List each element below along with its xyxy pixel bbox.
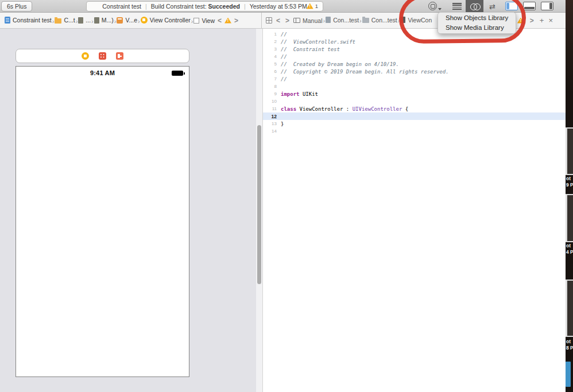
desktop-file-icon[interactable] [566, 362, 571, 387]
code-line[interactable]: 3// Constraint test [263, 45, 566, 53]
run-destination-button[interactable]: 6s Plus [1, 1, 32, 11]
close-assistant-editor-button[interactable]: × [548, 16, 553, 25]
desktop-thumbnail[interactable] [566, 280, 573, 337]
toggle-debug-area-button[interactable] [523, 2, 536, 10]
activity-viewer: Constraint test | Build Constraint test:… [86, 1, 323, 11]
code-token: // Created by Dream begin on 4/10/19. [281, 61, 399, 67]
breadcrumb-separator-icon: › [91, 18, 94, 25]
build-status-value: Succeeded [208, 3, 240, 10]
first-responder-icon[interactable] [99, 52, 106, 60]
line-number: 7 [263, 76, 281, 81]
line-number: 3 [263, 46, 281, 52]
code-line[interactable]: 1// [263, 30, 566, 38]
editor-forward-button[interactable]: > [284, 17, 291, 25]
toggle-navigator-button[interactable] [505, 2, 518, 10]
view-icon [193, 18, 199, 24]
breadcrumb-item[interactable]: ViewCon [400, 17, 432, 24]
desktop-thumbnail-caption: ot8 P [566, 339, 573, 351]
breadcrumb-item[interactable]: View Controller [141, 17, 191, 24]
breadcrumb-item[interactable]: Con...test [362, 17, 397, 24]
code-line[interactable]: 8 [263, 83, 566, 90]
standard-editor-button[interactable] [448, 0, 466, 13]
code-token: // [281, 76, 287, 82]
code-line[interactable]: 4// [263, 53, 566, 60]
source-code-editor[interactable]: 1//2// ViewController.swift3// Constrain… [262, 29, 566, 392]
code-text: // Created by Dream begin on 4/10/19. [281, 61, 399, 67]
activity-project-name: Constraint test [102, 3, 141, 10]
canvas-jump-bar: Constraint test›C...t›...›M...)›V...e›Vi… [0, 13, 261, 28]
breadcrumb-separator-icon: › [359, 17, 362, 24]
code-token: } [281, 121, 284, 127]
line-number: 12 [263, 114, 281, 119]
code-line[interactable]: 12 [263, 112, 566, 120]
breadcrumb-item[interactable]: V...e [117, 17, 137, 24]
caption-line: ot [566, 243, 573, 249]
breadcrumb-separator-icon: › [323, 17, 325, 24]
toggle-inspectors-button[interactable] [541, 2, 553, 10]
line-number: 9 [263, 91, 281, 96]
breadcrumb-item[interactable]: Con...test [326, 17, 359, 24]
editor-back-button[interactable]: < [275, 17, 281, 25]
breadcrumb-item[interactable]: View [193, 17, 215, 24]
caption-line: 9 P [566, 182, 573, 188]
menu-item-show-media-library[interactable]: Show Media Library [438, 23, 516, 33]
canvas-forward-button[interactable]: > [233, 17, 239, 25]
breadcrumb-item[interactable]: Constraint test [5, 17, 52, 24]
breadcrumb-label: M...) [102, 17, 114, 24]
device-view[interactable]: 9:41 AM [16, 66, 189, 377]
line-number: 5 [263, 61, 281, 67]
code-text: // [281, 76, 287, 82]
code-line[interactable]: 5// Created by Dream begin on 4/10/19. [263, 60, 566, 68]
code-line[interactable]: 6// Copyright © 2019 Dream begin. All ri… [263, 68, 566, 75]
breadcrumb-label: ... [86, 17, 91, 24]
storyboard-icon [117, 17, 123, 24]
code-token: { [402, 106, 408, 112]
version-editor-button[interactable]: ⇄ [483, 0, 501, 13]
interface-builder-canvas[interactable]: 9:41 AM [0, 29, 256, 392]
code-token: // [281, 32, 287, 37]
desktop-thumbnail[interactable] [566, 194, 573, 242]
library-button[interactable] [428, 2, 442, 11]
code-token: // Constraint test [281, 46, 340, 52]
canvas-back-button[interactable]: < [216, 17, 223, 25]
line-number: 4 [263, 54, 281, 59]
code-line[interactable]: 9import UIKit [263, 90, 566, 98]
breadcrumb-label: View [202, 17, 215, 24]
assistant-editor-button[interactable] [466, 0, 483, 13]
library-popup-menu: Show Objects Library Show Media Library [438, 12, 516, 34]
scene-dock [16, 49, 189, 63]
add-assistant-editor-button[interactable]: + [540, 16, 544, 25]
desktop-thumbnail[interactable] [566, 127, 573, 175]
code-text: // Copyright © 2019 Dream begin. All rig… [281, 69, 449, 75]
warning-badge[interactable]: 1 [307, 3, 318, 9]
code-token: // ViewController.swift [281, 39, 355, 45]
editor-jump-bar: < > Manual›Con...test›Con...test›ViewCon… [262, 13, 566, 28]
breadcrumb-item[interactable]: C...t [55, 17, 75, 24]
breadcrumb-separator-icon: › [76, 18, 78, 25]
code-token: UIViewController [353, 106, 402, 112]
activity-build-time: Yesterday at 5:53 PM [250, 3, 307, 10]
activity-separator: | [145, 3, 147, 10]
code-line[interactable]: 2// ViewController.swift [263, 38, 566, 45]
related-items-icon[interactable] [266, 17, 272, 24]
view-controller-icon[interactable] [82, 52, 89, 60]
code-text: import UIKit [281, 91, 318, 97]
breadcrumb-item[interactable]: Manual [293, 17, 322, 24]
breadcrumb-item[interactable]: ... [78, 17, 91, 24]
breadcrumb-label: Manual [303, 17, 322, 24]
code-line[interactable]: 10 [263, 98, 566, 105]
menu-item-show-objects-library[interactable]: Show Objects Library [438, 13, 516, 23]
exit-segue-icon[interactable] [116, 52, 123, 60]
chevron-down-icon [438, 8, 442, 10]
editor-warning-icon[interactable] [517, 18, 524, 24]
scrollbar-thumb[interactable] [257, 125, 261, 284]
breadcrumb-label: ViewCon [408, 17, 432, 24]
assistant-forward-button[interactable]: > [529, 17, 535, 25]
canvas-warning-icon[interactable] [224, 18, 231, 24]
code-line[interactable]: 11class ViewController : UIViewControlle… [263, 105, 566, 112]
code-line[interactable]: 14 [263, 127, 566, 135]
code-line[interactable]: 13} [263, 120, 566, 127]
battery-icon [172, 71, 183, 76]
code-line[interactable]: 7// [263, 75, 566, 83]
breadcrumb-item[interactable]: M...) [94, 17, 114, 24]
